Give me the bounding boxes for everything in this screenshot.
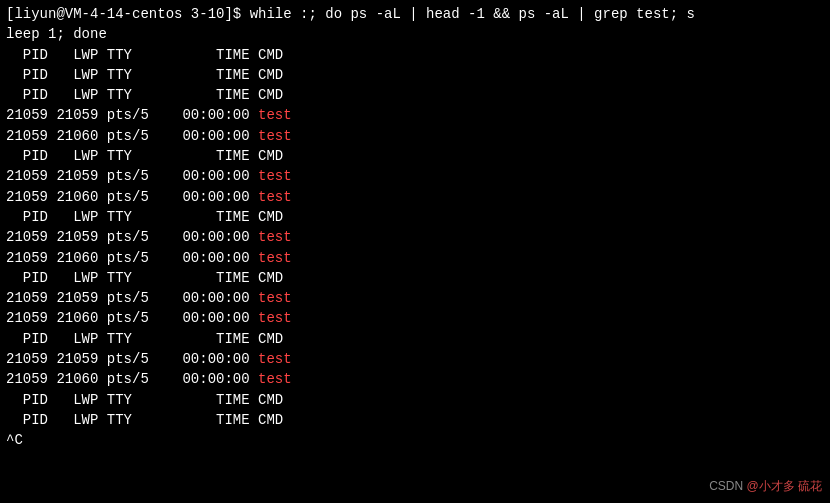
- interrupt-line: ^C: [6, 430, 824, 450]
- header-row: PID LWP TTY TIME CMD: [6, 268, 824, 288]
- ps-row: 21059 21059 pts/5 00:00:00 test: [6, 349, 824, 369]
- header-row-2: PID LWP TTY TIME CMD: [6, 65, 824, 85]
- ps-row: 21059 21060 pts/5 00:00:00 test: [6, 187, 824, 207]
- ps-row: 21059 21060 pts/5 00:00:00 test: [6, 248, 824, 268]
- ps-row: 21059 21060 pts/5 00:00:00 test: [6, 126, 824, 146]
- ps-row: 21059 21059 pts/5 00:00:00 test: [6, 166, 824, 186]
- header-row-3: PID LWP TTY TIME CMD: [6, 85, 824, 105]
- watermark: CSDN @小才多 硫花: [709, 478, 822, 495]
- header-row: PID LWP TTY TIME CMD: [6, 329, 824, 349]
- header-row: PID LWP TTY TIME CMD: [6, 146, 824, 166]
- ps-row: 21059 21059 pts/5 00:00:00 test: [6, 105, 824, 125]
- ps-row: 21059 21060 pts/5 00:00:00 test: [6, 308, 824, 328]
- prompt-line-cont: leep 1; done: [6, 24, 824, 44]
- terminal-window: [liyun@VM-4-14-centos 3-10]$ while :; do…: [0, 0, 830, 503]
- ps-row: 21059 21059 pts/5 00:00:00 test: [6, 288, 824, 308]
- ps-row: 21059 21060 pts/5 00:00:00 test: [6, 369, 824, 389]
- ps-row: 21059 21059 pts/5 00:00:00 test: [6, 227, 824, 247]
- trailing-header-1: PID LWP TTY TIME CMD: [6, 390, 824, 410]
- header-row-1: PID LWP TTY TIME CMD: [6, 45, 824, 65]
- header-row: PID LWP TTY TIME CMD: [6, 207, 824, 227]
- trailing-header-2: PID LWP TTY TIME CMD: [6, 410, 824, 430]
- prompt-line: [liyun@VM-4-14-centos 3-10]$ while :; do…: [6, 4, 824, 24]
